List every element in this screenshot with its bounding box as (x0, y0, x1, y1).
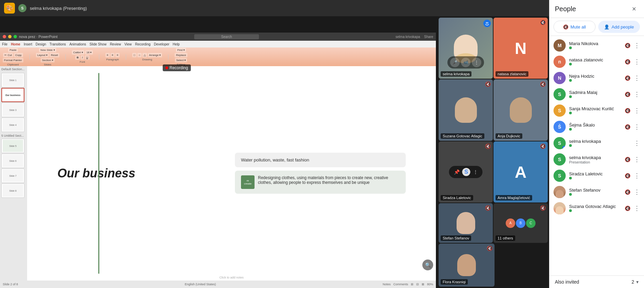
ribbon-align-left[interactable]: ≡ (105, 53, 110, 57)
ribbon-select[interactable]: Select ▾ (175, 58, 187, 62)
person-item-maria: M Maria Nikolova 🔇 ⋮ (549, 37, 644, 54)
menu-slideshow[interactable]: Slide Show (89, 42, 106, 46)
slide-thumb-3[interactable]: 3 Slide 3 (1, 103, 24, 117)
selma-avatar-active: S (554, 137, 566, 149)
flora-name-tag: Flora Krasniqi (441, 279, 468, 285)
ribbon-sep2 (65, 54, 66, 60)
notes-btn[interactable]: Notes (383, 283, 391, 286)
slide-thumb-2[interactable]: 2 Our business (1, 88, 24, 102)
menu-animations[interactable]: Animations (69, 42, 86, 46)
ppt-search[interactable]: Search (194, 34, 259, 39)
person-item-sanja: S Sanja Mrazovac Kurilić 🔇 ⋮ (549, 102, 644, 119)
ribbon-find[interactable]: Find ▾ (176, 48, 186, 52)
comments-btn[interactable]: Comments (393, 283, 408, 286)
ribbon-copy[interactable]: Copy (14, 53, 23, 57)
other-avatar-2: B (516, 218, 525, 228)
ribbon-shape1[interactable]: □ (132, 53, 137, 57)
zoom-button[interactable]: 🔍 (422, 260, 433, 270)
close-dot[interactable] (3, 35, 6, 38)
ppt-share-btn[interactable]: Share (424, 35, 433, 39)
selma-more-btn-active[interactable]: ⋮ (634, 139, 640, 147)
menu-insert[interactable]: Insert (24, 42, 32, 46)
nejra-name: Nejra Hodzic (569, 74, 621, 79)
ribbon-reset[interactable]: Reset (49, 53, 59, 57)
tile-cam-btn[interactable]: 📹 (461, 58, 470, 67)
ribbon-cut[interactable]: ✂ Cut (3, 53, 13, 57)
sanja-more-btn[interactable]: ⋮ (634, 107, 640, 114)
nejra-more-btn[interactable]: ⋮ (634, 74, 640, 82)
ribbon-clipboard: Paste ✂ Cut Copy Format Painter Clipboar… (3, 48, 23, 66)
slide-thumb-1[interactable]: 1 Slide 1 (1, 73, 24, 87)
menu-view[interactable]: View (124, 42, 132, 46)
presenter-avatar: S (18, 4, 26, 12)
tile-mute-btn[interactable]: 🎤 (450, 58, 460, 67)
menu-developer[interactable]: Developer (154, 42, 169, 46)
selma-more-btn-presentation[interactable]: ⋮ (634, 156, 640, 163)
siradza-more-btn[interactable]: ⋮ (634, 172, 640, 179)
view-normal[interactable]: ⊞ (411, 283, 414, 286)
ribbon-section[interactable]: Section ▾ (41, 58, 55, 62)
maria-avatar: M (554, 39, 566, 52)
ribbon-font-size[interactable]: 18 ▾ (85, 50, 93, 55)
sejma-more-btn[interactable]: ⋮ (634, 123, 640, 131)
suzana-more-btn[interactable]: ⋮ (634, 205, 640, 212)
chevron-down-icon[interactable]: ▾ (636, 279, 639, 285)
ribbon-layout[interactable]: Layout ▾ (36, 53, 49, 57)
ribbon-slides-label: Slides (44, 63, 52, 66)
video-row-2: 🔇 Suzana Gotovac Atlagic 🔇 Anja Dujkovic (439, 79, 548, 140)
ribbon-format-painter[interactable]: Format Painter (3, 58, 23, 62)
menu-transitions[interactable]: Transitions (49, 42, 66, 46)
maria-mute-icon: 🔇 (625, 43, 630, 48)
siradza-info: Siradza Laletovic (569, 171, 621, 180)
slide-thumb-6[interactable]: 6 Slide 6 (1, 154, 24, 168)
menu-design[interactable]: Design (36, 42, 46, 46)
stefan-more-btn[interactable]: ⋮ (634, 188, 640, 196)
video-row-4: 🔇 Stefan Stefanov A B C 🔇 11 others (439, 203, 548, 243)
ribbon-arrange[interactable]: Arrange ▾ (148, 53, 162, 57)
menu-help[interactable]: Help (173, 42, 180, 46)
ribbon-paste[interactable]: Paste (8, 48, 18, 52)
ribbon-shape3[interactable]: △ (142, 53, 147, 57)
ribbon-bold[interactable]: B (75, 55, 80, 60)
mute-all-button[interactable]: 🔇 Mute all (554, 21, 596, 33)
add-people-button[interactable]: 👤 Add people (598, 21, 640, 33)
ribbon-align-right[interactable]: ≡ (115, 53, 120, 57)
people-header: People ✕ (549, 0, 644, 18)
maria-more-btn[interactable]: ⋮ (634, 42, 640, 49)
close-people-button[interactable]: ✕ (629, 4, 639, 14)
slide-thumb-5[interactable]: 5 Slide 5 (1, 139, 24, 153)
tile-more-btn[interactable]: ⋮ (472, 58, 481, 67)
ribbon-shape2[interactable]: ○ (137, 53, 142, 57)
view-outline[interactable]: ⊠ (422, 283, 424, 286)
ribbon-new-slide[interactable]: New Slide ▾ (39, 48, 56, 52)
ribbon-align-center[interactable]: ≡ (110, 53, 115, 57)
menu-file[interactable]: File (2, 42, 7, 46)
sadmira-more-btn[interactable]: ⋮ (634, 91, 640, 98)
slide-thumb-4[interactable]: 4 Slide 4 (1, 118, 24, 132)
people-list: M Maria Nikolova 🔇 ⋮ n natasa zlatanovic… (549, 36, 644, 275)
siradza-name: Siradza Laletovic (569, 171, 621, 176)
ribbon-font-name[interactable]: Calibri ▾ (72, 50, 84, 55)
recording-label: Recording (169, 65, 188, 70)
stefan-mute-icon-panel: 🔇 (625, 189, 630, 195)
ribbon-drawing-label: Drawing (142, 58, 152, 61)
video-tile-stefan: 🔇 Stefan Stefanov (439, 203, 493, 243)
add-people-label: Add people (611, 24, 634, 30)
ppt-file-title: nova prez · PowerPoint (19, 35, 58, 39)
menu-review[interactable]: Review (110, 42, 121, 46)
maximize-dot[interactable] (14, 35, 17, 38)
minimize-dot[interactable] (8, 35, 12, 38)
ribbon-underline[interactable]: U (85, 55, 89, 60)
ribbon-italic[interactable]: I (81, 55, 84, 60)
slide-thumb-8[interactable]: 8 Slide 8 (1, 184, 24, 198)
slide-thumb-7[interactable]: 7 Slide 7 (1, 169, 24, 183)
menu-recording[interactable]: Recording (135, 42, 150, 46)
natasa-more-btn[interactable]: ⋮ (634, 58, 640, 65)
view-grid[interactable]: ⊟ (416, 283, 419, 286)
menu-home[interactable]: Home (11, 42, 20, 46)
ribbon-replace[interactable]: Replace (175, 53, 187, 57)
selma-avatar-presentation: S (554, 153, 566, 166)
rec-dot (165, 66, 168, 69)
selma-mute-icon-presentation: 🔇 (625, 157, 630, 162)
stefan-name: Stefan Stefanov (569, 188, 621, 193)
